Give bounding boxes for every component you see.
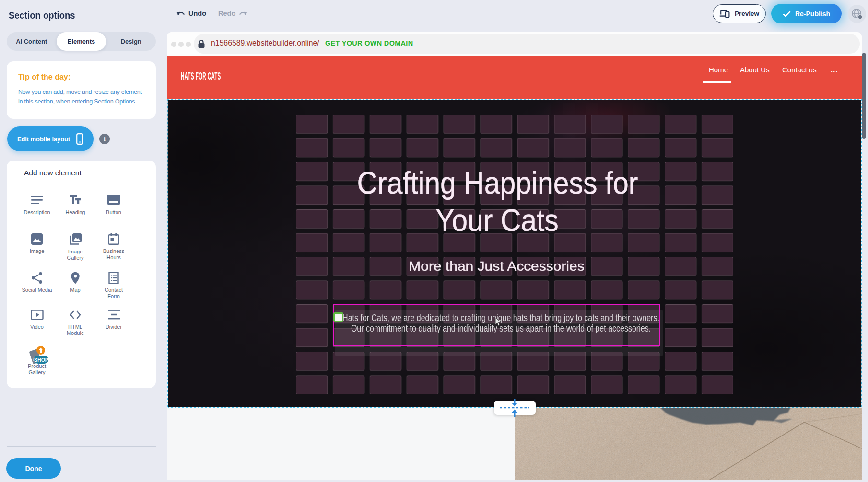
svg-text:SHOP: SHOP [34,357,48,363]
